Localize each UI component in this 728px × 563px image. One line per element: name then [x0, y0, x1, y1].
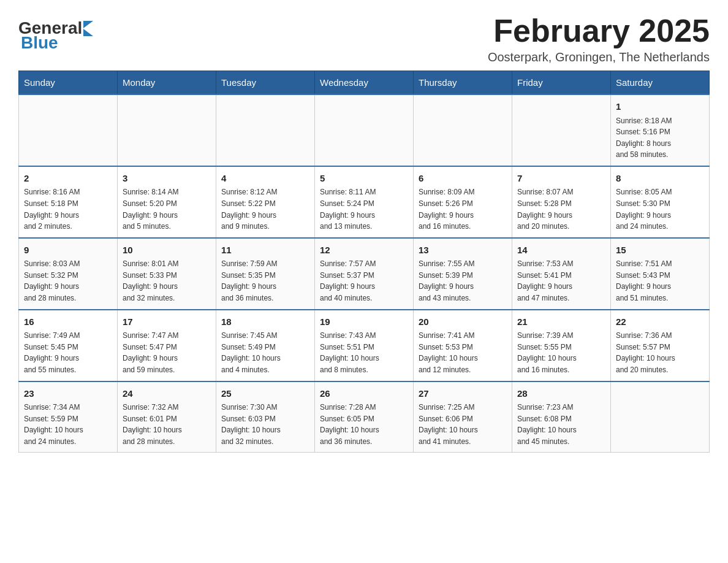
day-number: 16	[24, 315, 112, 329]
day-info: Sunrise: 8:12 AM Sunset: 5:22 PM Dayligh…	[221, 186, 309, 232]
calendar-cell	[118, 94, 216, 166]
calendar-cell: 5Sunrise: 8:11 AM Sunset: 5:24 PM Daylig…	[315, 166, 414, 238]
day-number: 12	[320, 243, 408, 258]
day-info: Sunrise: 8:14 AM Sunset: 5:20 PM Dayligh…	[123, 186, 211, 232]
calendar-cell	[611, 381, 710, 453]
day-number: 2	[24, 172, 112, 186]
calendar-cell: 9Sunrise: 8:03 AM Sunset: 5:32 PM Daylig…	[19, 238, 118, 310]
calendar-cell: 13Sunrise: 7:55 AM Sunset: 5:39 PM Dayli…	[414, 238, 512, 310]
calendar-cell: 1Sunrise: 8:18 AM Sunset: 5:16 PM Daylig…	[611, 94, 710, 166]
logo: General Blue	[18, 18, 93, 53]
weekday-header: Tuesday	[216, 71, 315, 95]
day-number: 24	[123, 387, 211, 401]
day-info: Sunrise: 7:32 AM Sunset: 6:01 PM Dayligh…	[123, 402, 211, 447]
day-info: Sunrise: 7:23 AM Sunset: 6:08 PM Dayligh…	[517, 402, 605, 447]
day-number: 17	[123, 315, 211, 329]
day-number: 28	[517, 387, 605, 401]
day-number: 9	[24, 243, 112, 258]
calendar-table: SundayMondayTuesdayWednesdayThursdayFrid…	[18, 71, 710, 453]
day-info: Sunrise: 7:39 AM Sunset: 5:55 PM Dayligh…	[517, 330, 605, 375]
calendar-cell: 26Sunrise: 7:28 AM Sunset: 6:05 PM Dayli…	[315, 381, 414, 453]
calendar-cell: 4Sunrise: 8:12 AM Sunset: 5:22 PM Daylig…	[216, 166, 315, 238]
weekday-header: Thursday	[414, 71, 512, 95]
day-number: 20	[419, 315, 507, 329]
day-info: Sunrise: 7:30 AM Sunset: 6:03 PM Dayligh…	[221, 402, 309, 447]
calendar-cell	[512, 94, 611, 166]
day-number: 4	[221, 172, 309, 186]
calendar-cell	[414, 94, 512, 166]
day-info: Sunrise: 7:25 AM Sunset: 6:06 PM Dayligh…	[419, 402, 507, 447]
calendar-cell: 25Sunrise: 7:30 AM Sunset: 6:03 PM Dayli…	[216, 381, 315, 453]
day-info: Sunrise: 7:43 AM Sunset: 5:51 PM Dayligh…	[320, 330, 408, 375]
day-number: 11	[221, 243, 309, 258]
day-info: Sunrise: 7:49 AM Sunset: 5:45 PM Dayligh…	[24, 330, 112, 375]
location: Oosterpark, Groningen, The Netherlands	[488, 50, 710, 64]
day-info: Sunrise: 8:09 AM Sunset: 5:26 PM Dayligh…	[419, 186, 507, 232]
calendar-cell	[216, 94, 315, 166]
weekday-header: Sunday	[19, 71, 118, 95]
day-number: 18	[221, 315, 309, 329]
day-number: 13	[419, 243, 507, 258]
day-number: 1	[616, 100, 704, 114]
day-number: 5	[320, 172, 408, 186]
day-info: Sunrise: 7:51 AM Sunset: 5:43 PM Dayligh…	[616, 258, 704, 304]
calendar-cell: 20Sunrise: 7:41 AM Sunset: 5:53 PM Dayli…	[414, 310, 512, 381]
weekday-header: Wednesday	[315, 71, 414, 95]
calendar-cell	[19, 94, 118, 166]
calendar-week-row: 1Sunrise: 8:18 AM Sunset: 5:16 PM Daylig…	[19, 94, 710, 166]
calendar-week-row: 16Sunrise: 7:49 AM Sunset: 5:45 PM Dayli…	[19, 310, 710, 381]
calendar-cell: 6Sunrise: 8:09 AM Sunset: 5:26 PM Daylig…	[414, 166, 512, 238]
calendar-cell: 21Sunrise: 7:39 AM Sunset: 5:55 PM Dayli…	[512, 310, 611, 381]
weekday-header-row: SundayMondayTuesdayWednesdayThursdayFrid…	[19, 71, 710, 95]
calendar-week-row: 23Sunrise: 7:34 AM Sunset: 5:59 PM Dayli…	[19, 381, 710, 453]
day-info: Sunrise: 8:16 AM Sunset: 5:18 PM Dayligh…	[24, 186, 112, 232]
day-number: 22	[616, 315, 704, 329]
day-info: Sunrise: 7:41 AM Sunset: 5:53 PM Dayligh…	[419, 330, 507, 375]
calendar-cell: 16Sunrise: 7:49 AM Sunset: 5:45 PM Dayli…	[19, 310, 118, 381]
day-info: Sunrise: 8:07 AM Sunset: 5:28 PM Dayligh…	[517, 186, 605, 232]
day-number: 21	[517, 315, 605, 329]
calendar-cell: 19Sunrise: 7:43 AM Sunset: 5:51 PM Dayli…	[315, 310, 414, 381]
day-number: 8	[616, 172, 704, 186]
day-number: 6	[419, 172, 507, 186]
day-info: Sunrise: 8:03 AM Sunset: 5:32 PM Dayligh…	[24, 258, 112, 304]
calendar-cell: 10Sunrise: 8:01 AM Sunset: 5:33 PM Dayli…	[118, 238, 216, 310]
calendar-week-row: 9Sunrise: 8:03 AM Sunset: 5:32 PM Daylig…	[19, 238, 710, 310]
calendar-cell: 3Sunrise: 8:14 AM Sunset: 5:20 PM Daylig…	[118, 166, 216, 238]
calendar-cell: 7Sunrise: 8:07 AM Sunset: 5:28 PM Daylig…	[512, 166, 611, 238]
day-info: Sunrise: 7:59 AM Sunset: 5:35 PM Dayligh…	[221, 258, 309, 304]
weekday-header: Saturday	[611, 71, 710, 95]
day-number: 15	[616, 243, 704, 258]
calendar-week-row: 2Sunrise: 8:16 AM Sunset: 5:18 PM Daylig…	[19, 166, 710, 238]
day-number: 7	[517, 172, 605, 186]
day-info: Sunrise: 8:01 AM Sunset: 5:33 PM Dayligh…	[123, 258, 211, 304]
calendar-cell: 15Sunrise: 7:51 AM Sunset: 5:43 PM Dayli…	[611, 238, 710, 310]
day-number: 25	[221, 387, 309, 401]
logo-blue: Blue	[21, 33, 58, 53]
day-number: 3	[123, 172, 211, 186]
month-title: February 2025	[488, 12, 710, 49]
day-info: Sunrise: 7:55 AM Sunset: 5:39 PM Dayligh…	[419, 258, 507, 304]
weekday-header: Friday	[512, 71, 611, 95]
day-info: Sunrise: 7:47 AM Sunset: 5:47 PM Dayligh…	[123, 330, 211, 375]
calendar-cell: 14Sunrise: 7:53 AM Sunset: 5:41 PM Dayli…	[512, 238, 611, 310]
day-number: 27	[419, 387, 507, 401]
day-info: Sunrise: 8:05 AM Sunset: 5:30 PM Dayligh…	[616, 186, 704, 232]
calendar-cell: 8Sunrise: 8:05 AM Sunset: 5:30 PM Daylig…	[611, 166, 710, 238]
day-number: 26	[320, 387, 408, 401]
day-number: 10	[123, 243, 211, 258]
calendar-cell: 22Sunrise: 7:36 AM Sunset: 5:57 PM Dayli…	[611, 310, 710, 381]
calendar-cell: 12Sunrise: 7:57 AM Sunset: 5:37 PM Dayli…	[315, 238, 414, 310]
calendar-cell: 27Sunrise: 7:25 AM Sunset: 6:06 PM Dayli…	[414, 381, 512, 453]
calendar-cell: 24Sunrise: 7:32 AM Sunset: 6:01 PM Dayli…	[118, 381, 216, 453]
calendar-cell: 2Sunrise: 8:16 AM Sunset: 5:18 PM Daylig…	[19, 166, 118, 238]
calendar-cell: 18Sunrise: 7:45 AM Sunset: 5:49 PM Dayli…	[216, 310, 315, 381]
day-info: Sunrise: 7:28 AM Sunset: 6:05 PM Dayligh…	[320, 402, 408, 447]
calendar-cell: 23Sunrise: 7:34 AM Sunset: 5:59 PM Dayli…	[19, 381, 118, 453]
weekday-header: Monday	[118, 71, 216, 95]
page-header: General Blue February 2025 Oosterpark, G…	[18, 12, 710, 64]
day-info: Sunrise: 7:57 AM Sunset: 5:37 PM Dayligh…	[320, 258, 408, 304]
day-info: Sunrise: 7:34 AM Sunset: 5:59 PM Dayligh…	[24, 402, 112, 447]
calendar-cell: 11Sunrise: 7:59 AM Sunset: 5:35 PM Dayli…	[216, 238, 315, 310]
day-info: Sunrise: 7:45 AM Sunset: 5:49 PM Dayligh…	[221, 330, 309, 375]
